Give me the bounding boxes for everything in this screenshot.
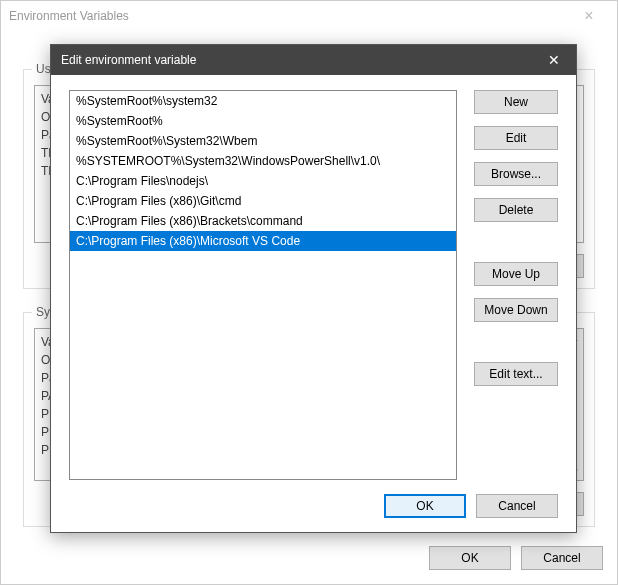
- path-list[interactable]: %SystemRoot%\system32%SystemRoot%%System…: [69, 90, 457, 480]
- path-list-item[interactable]: %SystemRoot%\system32: [70, 91, 456, 111]
- browse-button[interactable]: Browse...: [474, 162, 558, 186]
- edit-text-button[interactable]: Edit text...: [474, 362, 558, 386]
- parent-footer: OK Cancel: [429, 546, 603, 570]
- modal-body: %SystemRoot%\system32%SystemRoot%%System…: [51, 75, 576, 532]
- parent-ok-button[interactable]: OK: [429, 546, 511, 570]
- close-icon[interactable]: ×: [569, 7, 609, 25]
- modal-title: Edit environment variable: [61, 53, 531, 67]
- path-list-item[interactable]: %SystemRoot%\System32\Wbem: [70, 131, 456, 151]
- new-button[interactable]: New: [474, 90, 558, 114]
- edit-env-var-dialog: Edit environment variable ✕ %SystemRoot%…: [50, 44, 577, 533]
- ok-button[interactable]: OK: [384, 494, 466, 518]
- parent-titlebar: Environment Variables ×: [1, 1, 617, 31]
- path-list-item[interactable]: %SYSTEMROOT%\System32\WindowsPowerShell\…: [70, 151, 456, 171]
- delete-button[interactable]: Delete: [474, 198, 558, 222]
- modal-titlebar: Edit environment variable ✕: [51, 45, 576, 75]
- side-buttons: New Edit Browse... Delete Move Up Move D…: [474, 90, 558, 386]
- parent-cancel-button[interactable]: Cancel: [521, 546, 603, 570]
- path-list-item[interactable]: C:\Program Files\nodejs\: [70, 171, 456, 191]
- path-list-item[interactable]: C:\Program Files (x86)\Brackets\command: [70, 211, 456, 231]
- path-list-item[interactable]: C:\Program Files (x86)\Git\cmd: [70, 191, 456, 211]
- modal-footer: OK Cancel: [384, 494, 558, 518]
- edit-button[interactable]: Edit: [474, 126, 558, 150]
- move-up-button[interactable]: Move Up: [474, 262, 558, 286]
- parent-title: Environment Variables: [9, 9, 569, 23]
- path-list-item[interactable]: C:\Program Files (x86)\Microsoft VS Code: [70, 231, 456, 251]
- path-list-item[interactable]: %SystemRoot%: [70, 111, 456, 131]
- cancel-button[interactable]: Cancel: [476, 494, 558, 518]
- close-icon[interactable]: ✕: [531, 45, 576, 75]
- move-down-button[interactable]: Move Down: [474, 298, 558, 322]
